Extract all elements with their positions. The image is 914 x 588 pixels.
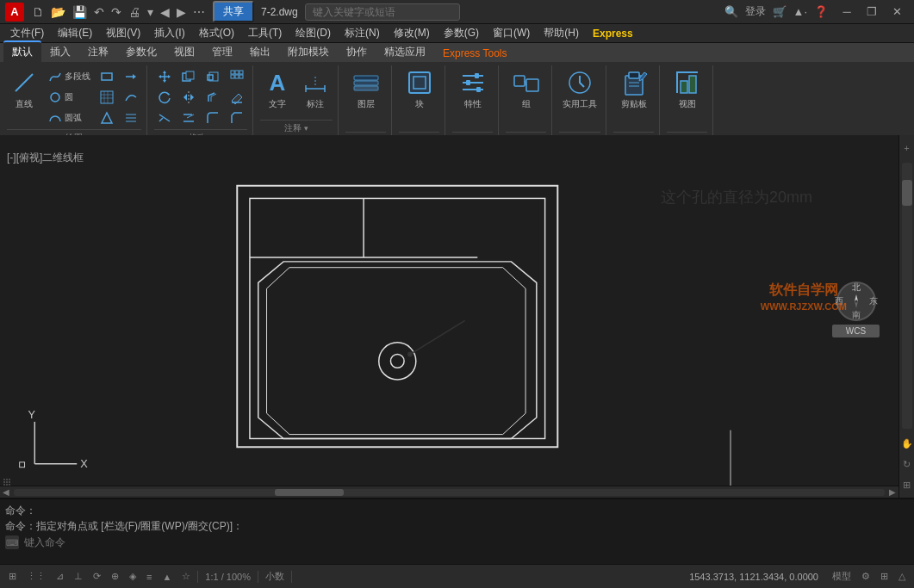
status-ortho[interactable]: ⊿	[53, 571, 67, 582]
ribbon-btn-text[interactable]: A 文字	[260, 67, 295, 112]
ribbon-btn-arrow[interactable]	[121, 67, 141, 86]
canvas-area[interactable]: Y X 这个孔的直径为20mm 软件自学网 WWW.RJZXW.COM 北 南 …	[0, 135, 898, 498]
ribbon-btn-properties[interactable]: 特性	[456, 67, 490, 112]
ribbon-btn-chamfer[interactable]	[227, 108, 247, 127]
ribbon-btn-trim[interactable]	[154, 108, 175, 127]
ribbon-btn-utility[interactable]: 实用工具	[559, 67, 600, 112]
settings-icon[interactable]: ▲·	[793, 5, 807, 18]
ribbon-btn-array[interactable]	[227, 67, 247, 86]
wcs-badge[interactable]: WCS	[832, 325, 880, 337]
ribbon-btn-dim[interactable]: 标注	[298, 67, 333, 112]
ribbon-btn-move[interactable]	[154, 67, 175, 86]
rt-view[interactable]: ⊞	[900, 475, 914, 494]
menu-modify[interactable]: 修改(M)	[387, 24, 437, 43]
tab-express-tools[interactable]: Express Tools	[434, 45, 515, 62]
scroll-left-btn[interactable]: ◀	[0, 486, 12, 498]
status-polar[interactable]: ⊥	[71, 571, 86, 582]
tab-default[interactable]: 默认	[3, 40, 41, 62]
new-icon[interactable]: 🗋	[29, 5, 47, 19]
status-scale[interactable]: 1:1 / 100%	[202, 572, 254, 582]
arrow-left-icon[interactable]: ◀	[158, 5, 172, 19]
open-icon[interactable]: 📂	[48, 5, 68, 19]
status-decimal[interactable]: 小数	[262, 570, 288, 583]
ribbon-btn-arc[interactable]: 圆弧	[45, 108, 93, 127]
ribbon-btn-scale[interactable]	[202, 67, 223, 86]
ribbon-btn-fillet[interactable]	[202, 108, 223, 127]
tab-insert[interactable]: 插入	[41, 42, 79, 62]
minimize-button[interactable]: ─	[835, 3, 859, 21]
tab-annotate[interactable]: 注释	[79, 42, 117, 62]
rt-rotate[interactable]: ↻	[900, 455, 914, 473]
menu-help[interactable]: 帮助(H)	[537, 24, 586, 43]
menu-express[interactable]: Express	[586, 24, 640, 43]
menu-param[interactable]: 参数(G)	[437, 24, 486, 43]
ribbon-btn-viewtool[interactable]: 视图	[670, 67, 705, 112]
menu-window[interactable]: 窗口(W)	[486, 24, 537, 43]
ribbon-btn-offset[interactable]	[202, 88, 223, 107]
arrow-right-icon[interactable]: ▶	[174, 5, 189, 19]
rt-zoom-in[interactable]: +	[900, 139, 914, 158]
ribbon-btn-line[interactable]: 直线	[7, 67, 41, 112]
print-icon[interactable]: 🖨	[126, 5, 143, 19]
status-grid[interactable]: ⊞	[5, 571, 20, 582]
status-lweight[interactable]: ▲	[159, 572, 175, 582]
tab-addins[interactable]: 附加模块	[279, 42, 338, 62]
restore-button[interactable]: ❐	[860, 3, 884, 21]
ribbon-btn-erase[interactable]	[227, 88, 247, 107]
ribbon-btn-spline[interactable]	[121, 88, 141, 107]
menu-draw[interactable]: 绘图(D)	[289, 24, 338, 43]
scroll-track[interactable]	[14, 489, 885, 496]
scroll-right-btn[interactable]: ▶	[886, 486, 898, 498]
close-button[interactable]: ✕	[885, 3, 909, 21]
search-icon[interactable]: 🔍	[724, 5, 738, 18]
menu-format[interactable]: 格式(O)	[192, 24, 241, 43]
menu-view[interactable]: 视图(V)	[99, 24, 147, 43]
tab-collaborate[interactable]: 协作	[338, 42, 376, 62]
ribbon-btn-rect[interactable]	[96, 67, 117, 86]
help-icon[interactable]: ❓	[814, 5, 828, 18]
save-icon[interactable]: 💾	[70, 5, 90, 19]
ribbon-btn-polyline[interactable]: 多段线	[45, 67, 93, 86]
ribbon-btn-clipboard[interactable]: 剪贴板	[617, 67, 651, 112]
ribbon-btn-block[interactable]: 块	[402, 67, 437, 112]
ribbon-btn-layer[interactable]: 图层	[349, 67, 383, 112]
menu-annotate[interactable]: 标注(N)	[338, 24, 387, 43]
status-transp[interactable]: ☆	[178, 571, 194, 582]
ribbon-btn-extend[interactable]	[178, 108, 199, 127]
status-otrack[interactable]: ⊕	[108, 571, 122, 582]
ribbon-btn-copy[interactable]	[178, 67, 199, 86]
menu-insert[interactable]: 插入(I)	[147, 24, 191, 43]
tab-featured[interactable]: 精选应用	[376, 42, 434, 62]
ribbon-btn-mirror[interactable]	[178, 88, 199, 107]
search-input[interactable]	[305, 3, 460, 21]
redo-icon[interactable]: ↷	[109, 5, 124, 19]
tab-view[interactable]: 视图	[165, 42, 203, 62]
rt-pan[interactable]: ✋	[900, 434, 914, 453]
undo-icon[interactable]: ↶	[91, 5, 107, 19]
cart-icon[interactable]: 🛒	[773, 5, 787, 18]
status-snap[interactable]: ⋮⋮	[23, 571, 49, 582]
ribbon-btn-extra4[interactable]	[121, 108, 141, 127]
status-workspace[interactable]: ⊞	[877, 571, 892, 582]
menu-edit[interactable]: 编辑(E)	[51, 24, 99, 43]
ribbon-btn-hatch[interactable]	[96, 88, 117, 107]
status-dyn[interactable]: ≡	[143, 572, 155, 582]
tab-parametric[interactable]: 参数化	[117, 42, 165, 62]
status-isnap[interactable]: ⟳	[90, 571, 104, 582]
command-input[interactable]	[24, 536, 909, 548]
rt-scrollbar[interactable]	[902, 163, 912, 429]
more-icon[interactable]: ⋯	[190, 5, 208, 19]
menu-tools[interactable]: 工具(T)	[241, 24, 289, 43]
ribbon-btn-circle[interactable]: 圆	[45, 88, 93, 107]
status-mode[interactable]: 模型	[829, 570, 855, 583]
tab-output[interactable]: 输出	[241, 42, 279, 62]
ribbon-btn-group[interactable]: 组	[509, 67, 544, 112]
status-ducs[interactable]: ◈	[126, 571, 140, 582]
status-anno-scale[interactable]: △	[895, 571, 909, 582]
tab-manage[interactable]: 管理	[203, 42, 241, 62]
dropdown-icon[interactable]: ▾	[145, 5, 156, 19]
status-settings[interactable]: ⚙	[858, 571, 874, 582]
user-icon[interactable]: 登录	[745, 4, 766, 19]
ribbon-btn-rotate[interactable]	[154, 88, 175, 107]
share-button[interactable]: 共享	[213, 1, 254, 22]
